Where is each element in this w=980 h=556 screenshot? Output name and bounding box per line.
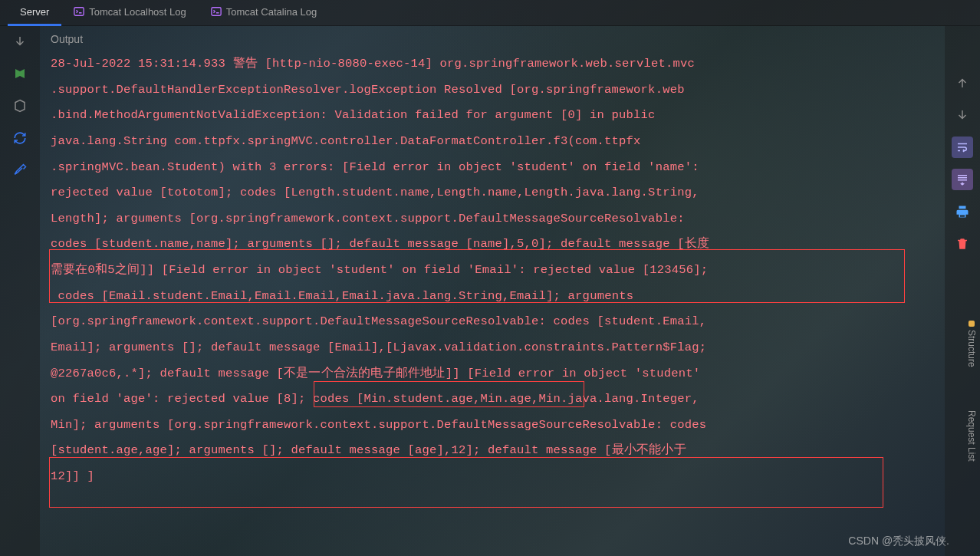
terminal-icon [211,6,222,17]
terminal-icon [74,6,84,17]
delete-button[interactable] [952,233,973,255]
deploy-icon[interactable] [11,64,29,83]
svg-rect-1 [212,8,221,16]
refresh-icon[interactable] [11,129,29,147]
output-panel: Output 28-Jul-2022 15:31:14.933 警告 [http… [40,26,980,556]
side-tab-request-list[interactable]: Request List [965,404,978,468]
output-header: Output [51,31,980,51]
print-button[interactable] [952,201,973,222]
tabs-bar: Server Tomcat Localhost Log Tomcat Catal… [0,0,980,26]
log-output[interactable]: 28-Jul-2022 15:31:14.933 警告 [http-nio-80… [51,51,980,490]
side-tab-structure[interactable]: Structure [965,314,978,373]
arrow-down-button[interactable] [952,104,973,126]
tab-localhost-log[interactable]: Tomcat Localhost Log [61,0,198,26]
tab-server[interactable]: Server [8,0,61,26]
structure-icon [968,321,975,327]
right-toolbar [945,26,980,556]
tab-localhost-label: Tomcat Localhost Log [89,6,186,18]
scroll-down-button[interactable] [11,32,29,51]
tools-icon[interactable] [11,161,29,179]
svg-rect-0 [74,8,84,16]
watermark: CSDN @秃头披风侠. [848,535,949,548]
side-tool-tabs: Structure Request List [963,314,980,467]
scroll-to-end-button[interactable] [952,169,973,190]
soft-wrap-button[interactable] [952,137,973,158]
tab-catalina-log[interactable]: Tomcat Catalina Log [199,0,330,26]
arrow-up-button[interactable] [952,72,973,94]
left-toolbar [0,26,40,556]
tab-server-label: Server [20,6,49,18]
artifact-icon[interactable] [11,97,29,115]
tab-catalina-label: Tomcat Catalina Log [226,6,317,18]
main-area: Output 28-Jul-2022 15:31:14.933 警告 [http… [0,26,980,556]
